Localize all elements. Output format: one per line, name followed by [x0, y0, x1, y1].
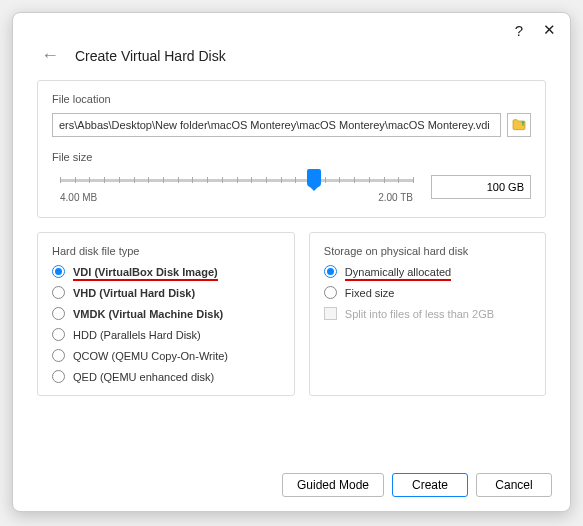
close-button[interactable]: ✕: [543, 21, 556, 39]
file-location-label: File location: [52, 93, 531, 105]
filetype-radio-3[interactable]: HDD (Parallels Hard Disk): [52, 328, 280, 341]
radio-icon: [324, 265, 337, 278]
radio-label: QED (QEMU enhanced disk): [73, 371, 214, 383]
checkbox-icon: [324, 307, 337, 320]
file-location-input[interactable]: [52, 113, 501, 137]
header: ← Create Virtual Hard Disk: [13, 39, 570, 80]
split-files-checkbox: Split into files of less than 2GB: [324, 307, 531, 320]
cancel-button[interactable]: Cancel: [476, 473, 552, 497]
filetype-label: Hard disk file type: [52, 245, 280, 257]
dialog-title: Create Virtual Hard Disk: [75, 48, 226, 64]
file-size-label: File size: [52, 151, 531, 163]
filetype-radio-4[interactable]: QCOW (QEMU Copy-On-Write): [52, 349, 280, 362]
content: File location File size 4.00 MB: [13, 80, 570, 463]
filetype-radio-1[interactable]: VHD (Virtual Hard Disk): [52, 286, 280, 299]
filetype-radio-0[interactable]: VDI (VirtualBox Disk Image): [52, 265, 280, 278]
radio-icon: [324, 286, 337, 299]
filetype-radio-2[interactable]: VMDK (Virtual Machine Disk): [52, 307, 280, 320]
radio-icon: [52, 307, 65, 320]
storage-radio-0[interactable]: Dynamically allocated: [324, 265, 531, 278]
radio-icon: [52, 265, 65, 278]
titlebar: ? ✕: [13, 13, 570, 39]
radio-icon: [52, 370, 65, 383]
slider-max-label: 2.00 TB: [378, 192, 413, 203]
radio-icon: [52, 349, 65, 362]
filetype-group: Hard disk file type VDI (VirtualBox Disk…: [37, 232, 295, 396]
storage-group: Storage on physical hard disk Dynamicall…: [309, 232, 546, 396]
back-arrow-icon[interactable]: ←: [41, 45, 59, 66]
checkbox-label: Split into files of less than 2GB: [345, 308, 494, 320]
radio-label: Dynamically allocated: [345, 266, 451, 278]
filetype-radio-5[interactable]: QED (QEMU enhanced disk): [52, 370, 280, 383]
storage-label: Storage on physical hard disk: [324, 245, 531, 257]
radio-label: HDD (Parallels Hard Disk): [73, 329, 201, 341]
radio-label: VHD (Virtual Hard Disk): [73, 287, 195, 299]
storage-radio-1[interactable]: Fixed size: [324, 286, 531, 299]
radio-icon: [52, 286, 65, 299]
radio-icon: [52, 328, 65, 341]
create-vhd-dialog: ? ✕ ← Create Virtual Hard Disk File loca…: [12, 12, 571, 512]
file-size-input[interactable]: [431, 175, 531, 199]
help-button[interactable]: ?: [515, 22, 523, 39]
browse-button[interactable]: [507, 113, 531, 137]
footer: Guided Mode Create Cancel: [13, 463, 570, 511]
radio-label: QCOW (QEMU Copy-On-Write): [73, 350, 228, 362]
radio-label: VMDK (Virtual Machine Disk): [73, 308, 223, 320]
slider-min-label: 4.00 MB: [60, 192, 97, 203]
folder-icon: [511, 117, 527, 133]
location-size-group: File location File size 4.00 MB: [37, 80, 546, 218]
guided-mode-button[interactable]: Guided Mode: [282, 473, 384, 497]
radio-label: VDI (VirtualBox Disk Image): [73, 266, 218, 278]
create-button[interactable]: Create: [392, 473, 468, 497]
radio-label: Fixed size: [345, 287, 395, 299]
file-size-slider[interactable]: 4.00 MB 2.00 TB: [52, 171, 421, 203]
